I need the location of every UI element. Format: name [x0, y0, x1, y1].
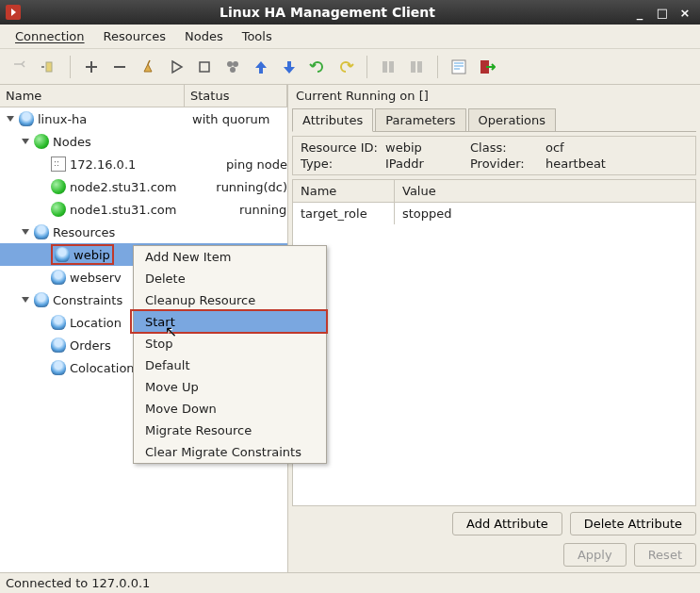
tab-operations[interactable]: Operations	[468, 108, 556, 131]
ctx-stop[interactable]: Stop	[134, 333, 326, 354]
ctx-cleanup-resource[interactable]: Cleanup Resource	[134, 289, 326, 311]
menu-resources[interactable]: Resources	[94, 25, 175, 47]
svg-rect-9	[417, 61, 422, 73]
attr-header-name[interactable]: Name	[293, 180, 395, 202]
attr-header-value[interactable]: Value	[395, 180, 695, 202]
host-icon	[51, 156, 66, 172]
attribute-buttons: Add Attribute Delete Attribute	[292, 510, 696, 537]
running-on-label: Current Running on []	[292, 87, 696, 105]
ctx-default[interactable]: Default	[134, 354, 326, 376]
tree-status: with quorum	[188, 112, 287, 126]
bulb-icon	[51, 270, 66, 285]
app-icon	[6, 5, 21, 20]
ctx-delete[interactable]: Delete	[134, 268, 326, 289]
add-attribute-button[interactable]: Add Attribute	[452, 512, 562, 535]
cleanup-icon[interactable]	[135, 54, 161, 80]
svg-rect-0	[46, 62, 52, 72]
remove-icon[interactable]	[106, 54, 133, 80]
menu-nodes[interactable]: Nodes	[175, 25, 233, 47]
maximize-button[interactable]: □	[653, 5, 672, 20]
tree-status: running	[236, 203, 287, 217]
menu-connection[interactable]: Connection	[6, 25, 94, 47]
view-icon[interactable]	[446, 54, 472, 80]
tree-label: node2.stu31.com	[70, 180, 176, 194]
tree-row-node[interactable]: node1.stu31.com running	[0, 198, 287, 221]
info-value: ocf	[545, 140, 688, 155]
resource-info: Resource ID: webip Class: ocf Type: IPad…	[292, 136, 696, 175]
bulb-icon	[34, 224, 49, 239]
menubar: Connection Resources Nodes Tools	[0, 25, 700, 49]
reset-button[interactable]: Reset	[634, 543, 696, 567]
tree-label: Colocation	[70, 361, 135, 375]
window-title: Linux HA Management Client	[28, 5, 627, 20]
ctx-migrate-resource[interactable]: Migrate Resource	[134, 420, 326, 441]
move-down-icon[interactable]	[276, 54, 302, 80]
svg-point-4	[233, 61, 238, 67]
bulb-icon	[34, 292, 49, 307]
ctx-move-down[interactable]: Move Down	[134, 398, 326, 420]
minimize-button[interactable]: _	[630, 5, 649, 20]
bulb-icon	[51, 360, 66, 375]
ctx-start[interactable]: Start	[134, 311, 326, 333]
close-button[interactable]: ×	[676, 5, 694, 20]
tree-status: running(dc)	[212, 180, 287, 194]
disconnect-icon[interactable]	[36, 54, 62, 80]
toolbar-separator	[70, 56, 71, 78]
move-up-icon[interactable]	[248, 54, 274, 80]
info-label: Class:	[470, 140, 545, 155]
status-text: Connected to 127.0.0.1	[6, 576, 150, 590]
ctx-add-new-item[interactable]: Add New Item	[134, 246, 326, 268]
ctx-move-up[interactable]: Move Up	[134, 376, 326, 398]
svg-line-1	[148, 60, 150, 64]
svg-rect-6	[383, 61, 387, 73]
tab-attributes[interactable]: Attributes	[292, 108, 373, 132]
tree-row-node[interactable]: 172.16.0.1 ping node	[0, 153, 287, 175]
ctx-clear-migrate[interactable]: Clear Migrate Constraints	[134, 441, 326, 463]
tree-row-root[interactable]: linux-ha with quorum	[0, 107, 287, 130]
status-green-icon	[34, 134, 49, 149]
apply-button[interactable]: Apply	[563, 543, 627, 567]
tree-label: node1.stu31.com	[70, 203, 176, 217]
tree-label: webip	[73, 248, 110, 262]
context-menu: Add New Item Delete Cleanup Resource Sta…	[133, 245, 327, 464]
tree-header-name[interactable]: Name	[0, 85, 185, 107]
info-value: webip	[385, 140, 470, 155]
info-value: IPaddr	[385, 156, 470, 171]
tree-row-nodes[interactable]: Nodes	[0, 130, 287, 153]
svg-rect-8	[411, 61, 415, 73]
delete-attribute-button[interactable]: Delete Attribute	[570, 512, 696, 535]
disclose-icon[interactable]	[4, 112, 17, 125]
info-label: Provider:	[470, 156, 545, 171]
standby-icon	[375, 54, 401, 80]
tab-parameters[interactable]: Parameters	[375, 108, 465, 131]
attribute-row[interactable]: target_role stopped	[293, 203, 695, 224]
svg-rect-2	[200, 62, 209, 72]
stop-icon[interactable]	[191, 54, 218, 80]
info-label: Resource ID:	[301, 140, 385, 155]
exit-icon[interactable]	[474, 54, 500, 80]
tree-label: Constraints	[53, 293, 122, 307]
add-icon[interactable]	[78, 54, 105, 80]
default-icon[interactable]	[220, 54, 246, 80]
active-icon	[403, 54, 430, 80]
disclose-icon[interactable]	[19, 225, 32, 239]
bulb-icon	[51, 338, 66, 353]
attribute-table: Name Value target_role stopped	[292, 179, 696, 506]
tree-row-resources[interactable]: Resources	[0, 221, 287, 243]
migrate-icon[interactable]	[304, 54, 331, 80]
start-icon[interactable]	[163, 54, 189, 80]
info-label: Type:	[301, 156, 385, 171]
tree-label: linux-ha	[38, 112, 87, 126]
menu-tools[interactable]: Tools	[233, 25, 282, 47]
disclose-icon[interactable]	[19, 135, 32, 148]
tree-header-status[interactable]: Status	[185, 85, 287, 107]
attr-value: stopped	[395, 203, 695, 224]
disclose-icon[interactable]	[19, 293, 32, 306]
main-area: Name Status linux-ha with quorum Nodes 1…	[0, 85, 700, 572]
clear-migrate-icon[interactable]	[333, 54, 359, 80]
connect-icon	[8, 54, 34, 80]
apply-buttons: Apply Reset	[292, 541, 696, 568]
attribute-header: Name Value	[293, 180, 695, 203]
info-value: heartbeat	[545, 156, 688, 171]
tree-row-node[interactable]: node2.stu31.com running(dc)	[0, 175, 287, 198]
